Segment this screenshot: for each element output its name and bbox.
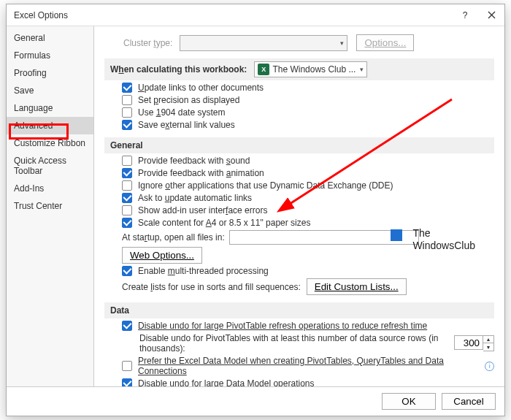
create-lists-label: Create lists for use in sorts and fill s…: [122, 282, 301, 292]
calc-check-3[interactable]: Save external link values: [122, 120, 494, 130]
sidebar-item-qat[interactable]: Quick Access Toolbar: [7, 152, 93, 180]
cluster-type-label: Cluster type:: [123, 38, 172, 48]
checkbox-icon: [122, 321, 132, 331]
sidebar-item-addins[interactable]: Add-Ins: [7, 180, 93, 197]
checkbox-icon: [122, 361, 132, 371]
checkbox-icon: [122, 83, 132, 93]
checkbox-icon: [122, 378, 132, 386]
general-check-1[interactable]: Provide feedback with animation: [122, 168, 494, 178]
edit-custom-lists-button[interactable]: Edit Custom Lists...: [307, 278, 407, 295]
data-check-d-label: Disable undo for large Data Model operat…: [138, 378, 314, 386]
watermark-square-icon: [391, 229, 402, 241]
check-label: Provide feedback with animation: [138, 168, 264, 178]
check-label: Update links to other documents: [138, 83, 264, 93]
cluster-row: Cluster type: ▾ Options...: [104, 34, 494, 51]
check-label: Use 1904 date system: [138, 107, 225, 118]
calc-check-2[interactable]: Use 1904 date system: [122, 107, 494, 118]
general-check-3[interactable]: Ask to update automatic links: [122, 193, 494, 203]
checkbox-icon: [122, 95, 132, 105]
section-when-calculating: When calculating this workbook: X The Wi…: [104, 58, 494, 80]
calc-check-0[interactable]: Update links to other documents: [122, 83, 494, 93]
check-label: Show add-in user interface errors: [138, 205, 267, 215]
check-label: Ignore other applications that use Dynam…: [138, 180, 393, 191]
check-label: Set precision as displayed: [138, 95, 239, 105]
calc-check-1[interactable]: Set precision as displayed: [122, 95, 494, 105]
help-button[interactable]: ?: [452, 4, 478, 26]
create-lists-row: Create lists for use in sorts and fill s…: [122, 278, 494, 295]
sidebar-item-save[interactable]: Save: [7, 82, 93, 99]
general-check-4[interactable]: Show add-in user interface errors: [122, 205, 494, 215]
spinner-down-icon: ▼: [483, 343, 493, 351]
general-check-2[interactable]: Ignore other applications that use Dynam…: [122, 180, 494, 191]
general-check-0[interactable]: Provide feedback with sound: [122, 156, 494, 166]
spinner-buttons[interactable]: ▲▼: [483, 335, 494, 351]
close-button[interactable]: [478, 4, 504, 26]
checkbox-icon: [122, 168, 132, 178]
checkbox-icon: [122, 180, 132, 191]
sidebar-item-proofing[interactable]: Proofing: [7, 64, 93, 82]
close-icon: [488, 11, 496, 19]
multithread-check[interactable]: Enable multi-threaded processing: [122, 266, 494, 276]
data-row-b: Disable undo for PivotTables with at lea…: [139, 333, 494, 354]
checkbox-icon: [122, 266, 132, 276]
pivot-rows-input[interactable]: [454, 335, 483, 350]
checkbox-icon: [122, 107, 132, 118]
checkbox-icon: [122, 218, 132, 228]
workbook-dropdown[interactable]: X The Windows Club ... ▾: [254, 61, 367, 77]
sidebar-item-language[interactable]: Language: [7, 99, 93, 117]
cluster-type-dropdown: ▾: [180, 35, 347, 51]
checkbox-icon: [122, 193, 132, 203]
ok-button[interactable]: OK: [382, 393, 436, 410]
sidebar-item-trust-center[interactable]: Trust Center: [7, 197, 93, 215]
sidebar-item-general[interactable]: General: [7, 29, 93, 47]
excel-options-dialog: Excel Options ? General Formulas Proofin…: [6, 4, 505, 416]
check-label: Scale content for A4 or 8.5 x 11" paper …: [138, 218, 310, 228]
chevron-down-icon: ▾: [360, 66, 364, 73]
checkbox-icon: [122, 120, 132, 130]
spinner-up-icon: ▲: [483, 336, 493, 343]
checkbox-icon: [122, 205, 132, 215]
check-label: Ask to update automatic links: [138, 193, 252, 203]
check-label: Save external link values: [138, 120, 235, 130]
dialog-footer: OK Cancel: [7, 386, 504, 416]
sidebar-item-formulas[interactable]: Formulas: [7, 47, 93, 64]
multithread-label: Enable multi-threaded processing: [138, 266, 269, 276]
pivot-rows-spinner[interactable]: ▲▼: [454, 335, 494, 351]
sidebar-item-advanced[interactable]: Advanced: [7, 117, 93, 134]
cancel-button[interactable]: Cancel: [442, 393, 496, 410]
chevron-down-icon: ▾: [340, 39, 344, 47]
general-check-5[interactable]: Scale content for A4 or 8.5 x 11" paper …: [122, 218, 494, 228]
data-check-d[interactable]: Disable undo for large Data Model operat…: [122, 378, 494, 386]
startup-label: At startup, open all files in:: [122, 232, 225, 243]
data-check-c-label: Prefer the Excel Data Model when creatin…: [138, 356, 482, 376]
data-check-c[interactable]: Prefer the Excel Data Model when creatin…: [122, 356, 494, 376]
watermark-text: The WindowsClub: [412, 227, 475, 252]
data-check-a-label: Disable undo for large PivotTable refres…: [138, 321, 427, 331]
checkbox-icon: [122, 156, 132, 166]
dialog-title: Excel Options: [14, 10, 452, 20]
data-row-b-label: Disable undo for PivotTables with at lea…: [139, 333, 448, 354]
check-label: Provide feedback with sound: [138, 156, 250, 166]
options-content: Cluster type: ▾ Options... When calculat…: [94, 26, 504, 386]
sidebar-item-customize-ribbon[interactable]: Customize Ribbon: [7, 134, 93, 152]
titlebar: Excel Options ?: [7, 4, 504, 26]
cluster-options-button: Options...: [356, 34, 414, 51]
question-icon: ?: [463, 10, 468, 20]
when-calculating-label: When calculating this workbook:: [110, 64, 247, 75]
workbook-dropdown-value: The Windows Club ...: [272, 64, 356, 75]
web-options-button[interactable]: Web Options...: [122, 247, 202, 264]
section-data: Data: [104, 302, 494, 318]
sidebar: General Formulas Proofing Save Language …: [7, 26, 94, 386]
excel-icon: X: [258, 64, 269, 75]
section-general: General: [104, 137, 494, 153]
data-check-a[interactable]: Disable undo for large PivotTable refres…: [122, 321, 494, 331]
info-icon: i: [485, 362, 494, 371]
